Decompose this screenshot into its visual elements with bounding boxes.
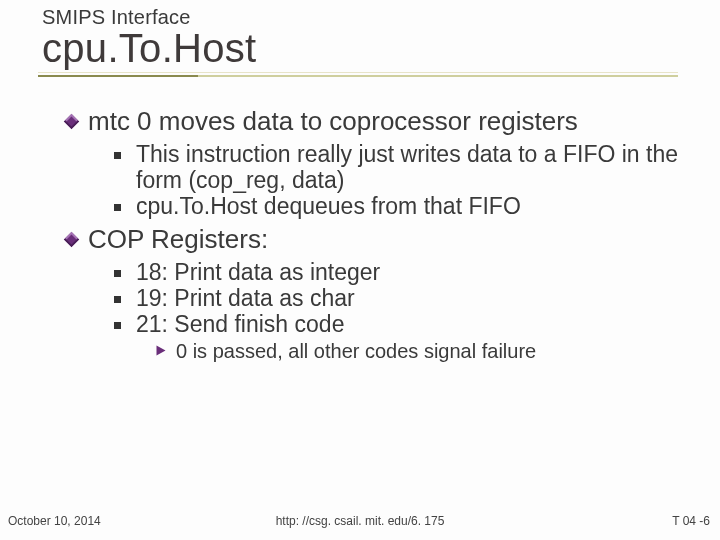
bullet-level1: mtc 0 moves data to coprocessor register… xyxy=(88,107,692,136)
square-bullet-icon xyxy=(114,152,121,159)
slide-title: cpu.To.Host xyxy=(42,27,720,69)
bullet-level3: 0 is passed, all other codes signal fail… xyxy=(176,340,692,362)
title-underline xyxy=(38,75,678,77)
footer-page: T 04 -6 xyxy=(672,514,710,528)
slide-header: SMIPS Interface cpu.To.Host xyxy=(0,0,720,69)
slide: SMIPS Interface cpu.To.Host mtc 0 moves … xyxy=(0,0,720,540)
diamond-bullet-icon xyxy=(64,114,80,130)
bullet-text: cpu.To.Host dequeues from that FIFO xyxy=(136,193,521,219)
bullet-text: 21: Send finish code xyxy=(136,311,344,337)
sublist: This instruction really just writes data… xyxy=(136,142,692,219)
bullet-text: 18: Print data as integer xyxy=(136,259,380,285)
bullet-text: This instruction really just writes data… xyxy=(136,141,678,193)
bullet-level2: 21: Send finish code xyxy=(136,312,692,338)
triangle-bullet-icon xyxy=(157,345,166,355)
sub-sublist: 0 is passed, all other codes signal fail… xyxy=(176,340,692,362)
slide-body: mtc 0 moves data to coprocessor register… xyxy=(0,77,720,362)
bullet-level1: COP Registers: xyxy=(88,225,692,254)
bullet-text: 19: Print data as char xyxy=(136,285,355,311)
square-bullet-icon xyxy=(114,204,121,211)
bullet-level2: 19: Print data as char xyxy=(136,286,692,312)
bullet-text: COP Registers: xyxy=(88,224,268,254)
square-bullet-icon xyxy=(114,270,121,277)
square-bullet-icon xyxy=(114,296,121,303)
bullet-text: 0 is passed, all other codes signal fail… xyxy=(176,340,536,362)
footer-url: http: //csg. csail. mit. edu/6. 175 xyxy=(0,514,720,528)
bullet-level2: This instruction really just writes data… xyxy=(136,142,692,194)
square-bullet-icon xyxy=(114,322,121,329)
bullet-text: mtc 0 moves data to coprocessor register… xyxy=(88,106,578,136)
bullet-level2: 18: Print data as integer xyxy=(136,260,692,286)
bullet-level2: cpu.To.Host dequeues from that FIFO xyxy=(136,194,692,220)
diamond-bullet-icon xyxy=(64,232,80,248)
sublist: 18: Print data as integer 19: Print data… xyxy=(136,260,692,337)
